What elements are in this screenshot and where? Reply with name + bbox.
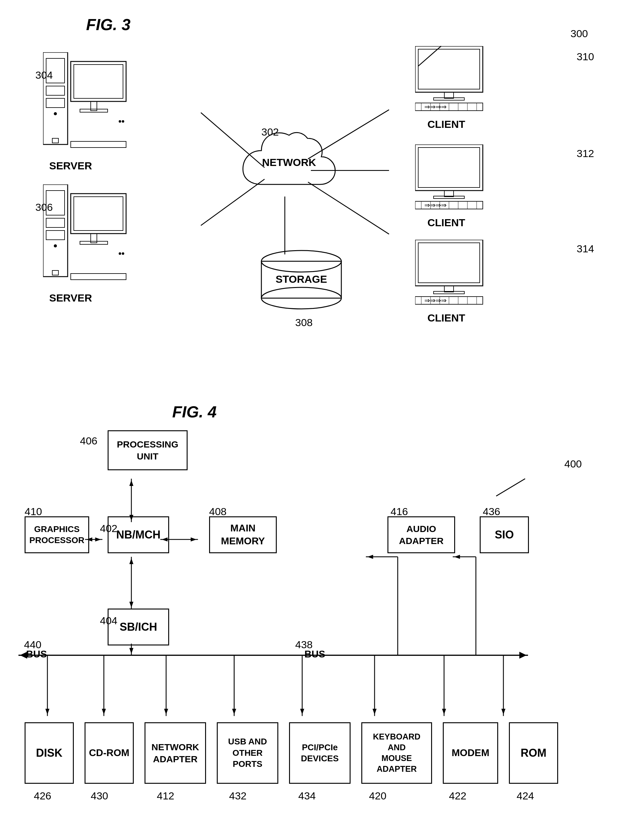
svg-rect-65	[418, 243, 480, 283]
disk-box: DISK	[25, 722, 74, 784]
svg-marker-115	[501, 709, 505, 715]
svg-marker-111	[454, 555, 460, 559]
svg-rect-30	[71, 273, 126, 280]
svg-marker-108	[367, 555, 373, 559]
server2-icon	[43, 185, 129, 290]
svg-text:NETWORK: NETWORK	[262, 156, 316, 168]
svg-rect-11	[52, 138, 59, 143]
client3-label: CLIENT	[427, 312, 465, 324]
svg-marker-87	[191, 538, 196, 542]
ref-412: 412	[157, 790, 174, 802]
svg-marker-99	[164, 709, 168, 715]
server1-icon	[43, 52, 129, 158]
modem-box: MODEM	[443, 722, 498, 784]
svg-marker-113	[442, 709, 446, 715]
ref-422: 422	[449, 790, 467, 802]
svg-rect-38	[415, 46, 483, 92]
fig3-title: FIG. 3	[86, 15, 130, 34]
keyboard-adapter-box: KEYBOARDANDMOUSEADAPTER	[361, 722, 432, 784]
ref-432: 432	[229, 790, 247, 802]
svg-marker-81	[130, 602, 133, 608]
svg-rect-22	[46, 218, 65, 227]
ref-426: 426	[34, 790, 51, 802]
ref-308: 308	[295, 317, 313, 328]
rom-box: ROM	[509, 722, 558, 784]
processing-unit-box: PROCESSINGUNIT	[108, 430, 188, 470]
ref-402: 402	[100, 523, 117, 534]
ref-304: 304	[35, 69, 53, 81]
svg-rect-13	[71, 62, 126, 101]
svg-point-32	[122, 252, 124, 255]
ref-300: 300	[571, 28, 588, 39]
svg-rect-24	[52, 270, 59, 275]
ref-440: 440	[24, 639, 41, 651]
pci-devices-box: PCI/PCIeDEVICES	[289, 722, 351, 784]
svg-marker-79	[130, 480, 133, 486]
ref-424: 424	[517, 790, 534, 802]
client2-label: CLIENT	[427, 217, 465, 229]
sb-ich-box: SB/ICH	[108, 609, 169, 646]
client1-icon: ⇒⇒⇒⇒	[415, 46, 495, 115]
svg-text:STORAGE: STORAGE	[275, 273, 327, 285]
ref-302: 302	[261, 126, 279, 138]
audio-adapter-box: AUDIOADAPTER	[387, 516, 455, 553]
ref-310: 310	[577, 51, 594, 63]
main-memory-box: MAINMEMORY	[209, 516, 277, 553]
svg-rect-26	[71, 194, 126, 234]
ref-404: 404	[100, 615, 117, 627]
svg-rect-14	[74, 65, 123, 98]
ref-400: 400	[564, 458, 582, 470]
fig4-diagram: FIG. 4 400 PROCESSINGUNIT 406 NB/MCH 402…	[19, 399, 612, 830]
svg-rect-64	[415, 240, 483, 286]
network-adapter-box: NETWORKADAPTER	[144, 722, 206, 784]
svg-rect-23	[46, 231, 65, 240]
ref-410: 410	[25, 505, 42, 518]
svg-text:⇒⇒⇒⇒: ⇒⇒⇒⇒	[424, 201, 446, 209]
client3-icon: ⇒⇒⇒⇒	[415, 240, 495, 309]
svg-text:⇒⇒⇒⇒: ⇒⇒⇒⇒	[424, 103, 446, 111]
graphics-processor-box: GRAPHICSPROCESSOR	[25, 516, 89, 553]
svg-rect-39	[418, 49, 480, 89]
svg-rect-52	[418, 147, 480, 188]
ref-438: 438	[295, 639, 313, 651]
svg-marker-101	[232, 709, 236, 715]
svg-line-116	[496, 478, 525, 496]
svg-marker-82	[130, 558, 133, 564]
svg-marker-95	[46, 709, 49, 715]
ref-306: 306	[35, 201, 53, 213]
svg-rect-17	[71, 141, 126, 147]
svg-point-31	[119, 252, 121, 255]
usb-ports-box: USB ANDOTHERPORTS	[217, 722, 278, 784]
ref-408: 408	[209, 505, 227, 518]
fig4-title: FIG. 4	[172, 403, 217, 421]
svg-marker-84	[95, 538, 101, 542]
ref-420: 420	[369, 790, 386, 802]
svg-marker-93	[130, 648, 133, 654]
svg-text:⇒⇒⇒⇒: ⇒⇒⇒⇒	[424, 297, 446, 304]
ref-314: 314	[577, 243, 594, 255]
sio-box: SIO	[480, 516, 529, 553]
ref-312: 312	[577, 147, 594, 159]
svg-rect-51	[415, 144, 483, 191]
svg-marker-105	[372, 709, 376, 715]
svg-marker-91	[519, 652, 527, 659]
fig3-diagram: FIG. 3 300	[19, 12, 612, 375]
network-cloud: NETWORK	[240, 129, 338, 198]
ref-416: 416	[391, 505, 408, 518]
svg-marker-97	[102, 709, 106, 715]
svg-point-25	[54, 244, 57, 248]
client2-icon: ⇒⇒⇒⇒	[415, 144, 495, 213]
ref-436: 436	[483, 505, 500, 518]
svg-marker-103	[300, 709, 304, 715]
ref-434: 434	[298, 790, 316, 802]
svg-rect-27	[74, 197, 123, 231]
svg-rect-10	[46, 98, 65, 107]
svg-rect-9	[46, 86, 65, 95]
server2-label: SERVER	[49, 292, 92, 304]
storage-icon: STORAGE	[258, 249, 345, 312]
cdrom-box: CD-ROM	[85, 722, 134, 784]
svg-point-19	[122, 120, 124, 123]
svg-point-18	[119, 120, 121, 123]
ref-406: 406	[80, 435, 98, 447]
ref-430: 430	[91, 790, 108, 802]
